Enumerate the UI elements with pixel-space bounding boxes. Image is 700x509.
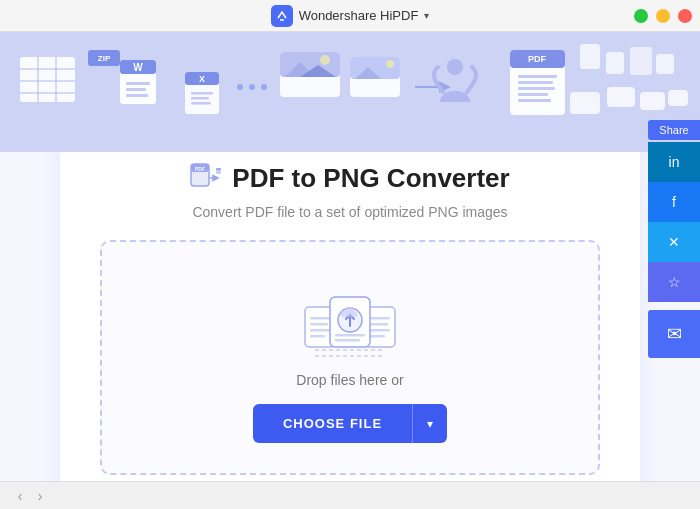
svg-point-23 — [249, 84, 255, 90]
hero-banner: ZIP W X — [0, 32, 700, 152]
svg-rect-19 — [191, 92, 213, 95]
svg-rect-59 — [310, 329, 330, 332]
chevron-down-icon[interactable]: ▾ — [424, 10, 429, 21]
choose-file-wrapper: CHOOSE FILE ▾ — [253, 404, 447, 443]
svg-rect-69 — [335, 339, 360, 342]
svg-rect-50 — [668, 90, 688, 106]
bottom-bar: ‹ › — [0, 481, 700, 509]
svg-rect-62 — [370, 317, 390, 320]
close-button[interactable] — [678, 9, 692, 23]
svg-text:PDF: PDF — [528, 54, 547, 64]
chevron-down-icon: ▾ — [427, 417, 433, 431]
svg-text:X: X — [199, 74, 205, 84]
svg-rect-45 — [630, 47, 652, 75]
email-button[interactable]: ✉ — [648, 310, 700, 358]
converter-card: PDF PDF to PNG Converter Convert PDF fil… — [60, 132, 640, 505]
choose-file-dropdown-button[interactable]: ▾ — [412, 404, 447, 443]
drop-zone: Drop files here or CHOOSE FILE ▾ — [100, 240, 600, 475]
svg-rect-47 — [570, 92, 600, 114]
titlebar: Wondershare HiPDF ▾ — [0, 0, 700, 32]
svg-rect-21 — [191, 102, 211, 105]
share-label: Share — [648, 120, 700, 140]
maximize-button[interactable] — [634, 9, 648, 23]
converter-subtitle: Convert PDF file to a set of optimized P… — [192, 204, 507, 220]
svg-rect-46 — [656, 54, 674, 74]
svg-rect-40 — [518, 93, 548, 96]
linkedin-share-button[interactable]: in — [648, 142, 700, 182]
app-logo — [271, 5, 293, 27]
svg-point-29 — [320, 55, 330, 65]
twitter-share-button[interactable]: ✕ — [648, 222, 700, 262]
minimize-button[interactable] — [656, 9, 670, 23]
drop-text: Drop files here or — [296, 372, 403, 388]
svg-rect-57 — [310, 317, 330, 320]
email-icon: ✉ — [667, 323, 682, 345]
svg-text:PDF: PDF — [195, 166, 205, 172]
forward-button[interactable]: › — [30, 486, 50, 506]
svg-rect-43 — [580, 44, 600, 69]
svg-point-42 — [447, 59, 463, 75]
facebook-share-button[interactable]: f — [648, 182, 700, 222]
star-icon: ☆ — [668, 274, 681, 290]
svg-rect-49 — [640, 92, 665, 110]
titlebar-content: Wondershare HiPDF ▾ — [271, 5, 430, 27]
choose-file-button[interactable]: CHOOSE FILE — [253, 404, 412, 443]
svg-rect-65 — [370, 335, 385, 338]
svg-rect-58 — [310, 323, 328, 326]
svg-text:ZIP: ZIP — [98, 54, 111, 63]
svg-rect-0 — [274, 8, 290, 24]
back-button[interactable]: ‹ — [10, 486, 30, 506]
svg-text:W: W — [133, 62, 143, 73]
svg-rect-44 — [606, 52, 624, 74]
linkedin-icon: in — [669, 154, 680, 170]
svg-rect-60 — [310, 335, 325, 338]
svg-rect-20 — [191, 97, 209, 100]
svg-rect-48 — [607, 87, 635, 107]
svg-rect-38 — [518, 81, 553, 84]
svg-rect-63 — [370, 323, 388, 326]
main-content: PDF PDF to PNG Converter Convert PDF fil… — [0, 152, 700, 509]
svg-rect-2 — [20, 57, 75, 102]
page-title: PDF to PNG Converter — [232, 163, 509, 194]
converter-header: PDF PDF to PNG Converter — [190, 162, 509, 194]
share-sidebar: Share in f ✕ ☆ — [648, 120, 700, 302]
svg-point-22 — [237, 84, 243, 90]
svg-rect-68 — [335, 334, 365, 337]
svg-rect-15 — [126, 94, 148, 97]
svg-point-24 — [261, 84, 267, 90]
svg-rect-37 — [518, 75, 557, 78]
svg-point-33 — [386, 60, 394, 68]
svg-rect-13 — [126, 82, 150, 85]
svg-rect-39 — [518, 87, 555, 90]
facebook-icon: f — [672, 194, 676, 210]
svg-rect-64 — [370, 329, 390, 332]
app-title: Wondershare HiPDF — [299, 8, 419, 23]
svg-rect-41 — [518, 99, 551, 102]
svg-rect-14 — [126, 88, 146, 91]
email-sidebar: ✉ — [648, 310, 700, 358]
svg-rect-55 — [216, 168, 221, 170]
star-button[interactable]: ☆ — [648, 262, 700, 302]
upload-illustration — [300, 282, 400, 372]
twitter-icon: ✕ — [668, 234, 680, 250]
converter-icon: PDF — [190, 162, 222, 194]
